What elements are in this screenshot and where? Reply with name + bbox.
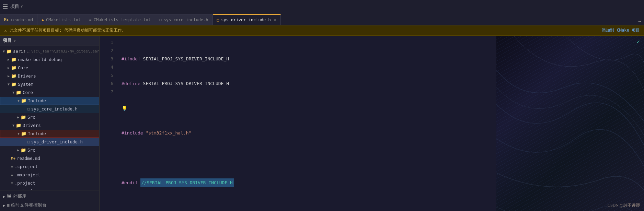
expand-icon: ▶ (16, 115, 21, 119)
folder-icon: 📁 (16, 123, 21, 128)
decorative-svg (496, 36, 644, 211)
expand-icon: ▶ (6, 74, 11, 78)
tree-item-readme[interactable]: M+ readme.md (0, 154, 99, 163)
comment-endif: //SERIAL_PROJ_SYS_DRIVER_INCLUDE_H (140, 178, 234, 187)
sidebar-section-temp[interactable]: ▶ ≡ 临时文件和控制台 (0, 201, 99, 210)
tree-item-sys-driver-include[interactable]: □ sys_driver_include.h (0, 138, 99, 146)
item-label: sys_driver_include.h (31, 139, 83, 144)
file-icon: □ (27, 107, 30, 111)
sidebar-section-external[interactable]: ▶ 🏛 外部库 (0, 192, 99, 201)
item-label: Core (23, 90, 33, 95)
tree-item-include-core[interactable]: ▼ 📁 Include (0, 97, 99, 105)
right-panel: ✓ CSDN @詩不诉卿 (496, 36, 644, 211)
file-tree: ▼ 📁 serial_proj E:\scl_learn\stm32\my_gi… (0, 46, 99, 190)
section-label: 外部库 (13, 194, 26, 199)
tree-item-include-drivers[interactable]: ▼ 📁 Include (0, 130, 99, 138)
folder-icon: 📁 (21, 115, 26, 120)
sidebar-chevron: ∨ (14, 39, 16, 43)
editor-area: 1 2 3 4 5 6 7 #ifndef SERIAL_PROJ_SYS_DR… (100, 36, 496, 211)
item-label: sys_core_include.h (31, 106, 78, 112)
tree-item-system[interactable]: ▼ 📁 System (0, 80, 99, 89)
tree-item-core-l1[interactable]: ▶ 📁 Core (0, 64, 99, 72)
section-icon3: ≡ (7, 202, 10, 208)
path-extra: E:\scl_learn\stm32\my_gitee\lear (26, 49, 99, 54)
tree-item-mxproject[interactable]: ≡ .mxproject (0, 171, 99, 179)
tab-cmakelists-template[interactable]: ≡ CMakeLists_template.txt (85, 14, 155, 25)
sidebar-bottom: ▶ 🏛 外部库 ▶ ≡ 临时文件和控制台 (0, 190, 99, 211)
item-label: Include (28, 131, 46, 136)
tree-item-project[interactable]: ≡ .project (0, 179, 99, 187)
bulb-icon: 💡 (122, 104, 127, 113)
section-icon: ▶ (3, 194, 5, 199)
tab-cmakelists[interactable]: ▲ CMakeLists.txt (37, 14, 85, 25)
code-line-6: #endif //SERIAL_PROJ_SYS_DRIVER_INCLUDE_… (122, 178, 496, 187)
code-container[interactable]: 1 2 3 4 5 6 7 #ifndef SERIAL_PROJ_SYS_DR… (100, 36, 496, 211)
tab-label-template: CMakeLists_template.txt (94, 17, 151, 22)
item-label: CMakeLists.txt (15, 189, 51, 190)
tab-label-driver: sys_driver_include.h (221, 17, 271, 22)
expand-icon: ▼ (11, 91, 16, 94)
item-label: System (18, 82, 33, 87)
item-label: .project (15, 180, 35, 186)
expand-icon: ▼ (1, 49, 6, 53)
folder-icon: 📁 (16, 90, 21, 95)
directive-ifndef: #ifndef (122, 55, 140, 63)
add-to-cmake-button[interactable]: 添加到 CMake 项目 (602, 27, 640, 33)
tree-item-serial-proj[interactable]: ▼ 📁 serial_proj E:\scl_learn\stm32\my_gi… (0, 47, 99, 56)
file-icon: □ (27, 140, 30, 144)
section-label: 临时文件和控制台 (11, 202, 47, 208)
code-line-1: #ifndef SERIAL_PROJ_SYS_DRIVER_INCLUDE_H (122, 55, 496, 63)
folder-icon: 📁 (11, 65, 16, 70)
tabs-bar: M+ readme.md ▲ CMakeLists.txt ≡ CMakeLis… (0, 13, 644, 25)
tab-label-readme: readme.md (11, 17, 33, 22)
expand-icon: ▶ (16, 148, 21, 152)
sidebar: 项目 ∨ ▼ 📁 serial_proj E:\scl_learn\stm32\… (0, 36, 100, 211)
watermark: CSDN @詩不诉卿 (608, 202, 640, 208)
project-label[interactable]: 项目 (10, 3, 19, 10)
folder-icon: 📁 (21, 148, 26, 153)
file-icon: ≡ (11, 181, 13, 185)
tab-label-cmakelists: CMakeLists.txt (46, 17, 81, 22)
tab-icon-cmakelists: ▲ (42, 17, 44, 22)
tree-item-drivers-l2[interactable]: ▼ 📁 Drivers (0, 121, 99, 130)
item-label: .cproject (15, 164, 38, 169)
tree-item-core-l2[interactable]: ▼ 📁 Core (0, 89, 99, 97)
project-chevron: ∨ (21, 4, 23, 9)
tree-item-drivers-l1[interactable]: ▶ 📁 Drivers (0, 72, 99, 80)
tab-readme[interactable]: M+ readme.md (0, 14, 37, 25)
file-icon: ▲ (11, 189, 13, 190)
item-label: serial_proj (13, 49, 25, 54)
tree-item-cproject[interactable]: ≡ .cproject (0, 163, 99, 171)
item-label: Drivers (18, 73, 36, 79)
tab-sys-driver[interactable]: □ sys_driver_include.h × (213, 14, 281, 25)
tree-item-src-core[interactable]: ▶ 📁 Src (0, 113, 99, 121)
folder-icon: 📁 (6, 49, 12, 54)
tree-item-src-drivers[interactable]: ▶ 📁 Src (0, 146, 99, 154)
tab-label-core: sys_core_include.h (163, 17, 208, 22)
menu-icon[interactable] (3, 3, 9, 10)
directive-endif: #endif (122, 179, 138, 187)
tree-item-sys-core-include[interactable]: □ sys_core_include.h (0, 105, 99, 113)
code-editor[interactable]: #ifndef SERIAL_PROJ_SYS_DRIVER_INCLUDE_H… (116, 36, 496, 211)
tab-icon-driver: □ (217, 18, 219, 22)
tab-close-driver[interactable]: × (274, 17, 276, 23)
tree-item-cmake-build[interactable]: ▶ 📁 cmake-build-debug (0, 56, 99, 64)
tab-icon-core: □ (159, 17, 162, 22)
item-label: .mxproject (15, 172, 41, 177)
sidebar-header: 项目 ∨ (0, 36, 99, 46)
expand-icon: ▶ (6, 58, 11, 61)
item-label: Src (27, 115, 35, 120)
tree-item-cmakelists[interactable]: ▲ CMakeLists.txt (0, 187, 99, 190)
code-line-2: #define SERIAL_PROJ_SYS_DRIVER_INCLUDE_H (122, 80, 496, 88)
folder-icon: 📁 (11, 82, 16, 87)
expand-icon: ▼ (6, 82, 11, 86)
code-line-4: #include "stm32f1xx_hal.h" (122, 129, 496, 137)
section-icon: ▶ (3, 203, 5, 208)
tabs-more[interactable]: ⋯ (635, 18, 644, 25)
section-icon2: 🏛 (7, 194, 12, 199)
warning-bar: ⚠ 此文件不属于任何项目目标; 代码洞察功能可能无法正常工作。 添加到 CMak… (0, 25, 644, 36)
expand-icon: ▼ (11, 124, 16, 127)
folder-icon: 📁 (21, 98, 26, 103)
tab-sys-core[interactable]: □ sys_core_include.h (155, 14, 213, 25)
directive-include: #include (122, 129, 143, 137)
